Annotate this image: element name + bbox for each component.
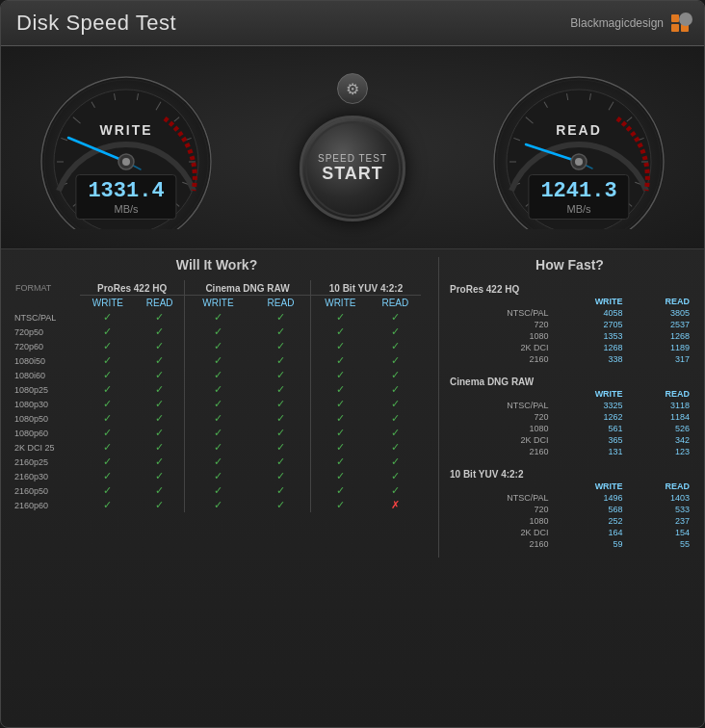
check-cell: ✓ [80,310,135,325]
check-cell: ✓ [311,325,370,339]
check-cell: ✓ [80,382,135,397]
check-icon: ✓ [214,455,222,467]
hf-format: 2K DCI [447,342,552,353]
check-icon: ✓ [391,470,400,481]
title-bar: Disk Speed Test Blackmagicdesign [1,1,704,46]
format-cell: 720p50 [13,325,80,339]
hf-value: 526 [626,423,692,434]
check-icon: ✓ [391,412,400,424]
check-icon: ✓ [103,325,112,337]
check-cell: ✓ [135,426,184,440]
hf-row: 2K DCI365342 [447,434,692,446]
check-cell: ✓ [370,368,421,382]
start-button[interactable]: SPEED TEST START [300,116,405,221]
check-cell: ✓ [80,411,135,426]
check-cell: ✓ [184,310,251,325]
hf-value: 1403 [626,492,692,504]
col-read-2: READ [251,296,311,311]
check-icon: ✓ [336,369,345,380]
how-fast-title: How Fast? [447,257,692,273]
hf-value: 1353 [552,330,626,342]
table-row: 1080p30✓✓✓✓✓✓ [13,397,421,411]
close-button[interactable] [679,13,692,26]
check-icon: ✓ [103,470,112,481]
check-icon: ✓ [214,369,222,380]
brand-area: Blackmagicdesign [570,14,689,32]
check-cell: ✓ [370,483,421,498]
how-fast-content: ProRes 422 HQWRITEREADNTSC/PAL4058380572… [447,280,692,550]
check-icon: ✓ [155,484,164,496]
hf-format: NTSC/PAL [447,492,552,504]
codec-header-yuv: 10 Bit YUV 4:2:2 [311,280,421,296]
check-cell: ✓ [184,440,251,455]
settings-button[interactable]: ⚙ [337,73,368,104]
check-cell: ✓ [184,325,251,339]
col-write-3: WRITE [311,296,370,311]
cross-icon: ✗ [391,499,400,510]
check-cell: ✓ [311,397,370,411]
check-cell: ✓ [135,469,184,483]
hf-row: 2K DCI12681189 [447,342,692,353]
table-row: 2160p25✓✓✓✓✓✓ [13,455,421,469]
check-cell: ✓ [311,483,370,498]
check-cell: ✓ [80,353,135,368]
format-cell: 2160p25 [13,455,80,469]
check-cell: ✓ [184,411,251,426]
check-icon: ✓ [214,499,222,510]
check-cell: ✓ [135,325,184,339]
table-row: 720p60✓✓✓✓✓✓ [13,339,421,353]
check-icon: ✓ [336,311,345,323]
hf-value: 164 [552,527,626,538]
format-cell: 1080p25 [13,382,80,397]
check-cell: ✓ [251,397,311,411]
format-cell: 1080p60 [13,426,80,440]
hf-format: 2160 [447,538,552,550]
format-cell: 2160p50 [13,483,80,498]
check-icon: ✓ [214,441,222,453]
check-icon: ✓ [155,412,164,424]
check-icon: ✓ [103,455,112,467]
check-icon: ✓ [103,383,112,395]
check-cell: ✓ [135,382,184,397]
check-cell: ✓ [80,368,135,382]
check-icon: ✓ [276,325,285,337]
check-icon: ✓ [336,441,345,453]
hf-value: 59 [552,538,626,550]
check-icon: ✓ [391,340,400,351]
check-icon: ✓ [155,398,164,409]
hf-format: 1080 [447,330,552,342]
check-cell: ✓ [80,455,135,469]
check-cell: ✓ [251,440,311,455]
check-cell: ✓ [80,339,135,353]
hf-value: 338 [552,353,626,365]
check-icon: ✓ [155,340,164,351]
check-icon: ✓ [155,455,164,467]
check-icon: ✓ [391,325,400,337]
hf-value: 1268 [552,342,626,353]
check-icon: ✓ [214,412,222,424]
hf-row: 1080252237 [447,515,692,527]
check-icon: ✓ [276,455,285,467]
format-cell: 2K DCI 25 [13,440,80,455]
hf-value: 365 [552,434,626,446]
check-icon: ✓ [276,340,285,351]
codec-header-prores: ProRes 422 HQ [80,280,184,296]
check-icon: ✓ [336,427,345,438]
will-it-work-body: NTSC/PAL✓✓✓✓✓✓720p50✓✓✓✓✓✓720p60✓✓✓✓✓✓10… [13,310,421,512]
check-cell: ✓ [80,440,135,455]
check-cell: ✓ [184,382,251,397]
check-cell: ✓ [370,440,421,455]
format-col-header [447,388,552,400]
check-icon: ✓ [276,398,285,409]
codec-header-dng: Cinema DNG RAW [184,280,310,296]
check-icon: ✓ [155,311,164,323]
check-icon: ✓ [336,354,345,366]
check-cell: ✓ [370,310,421,325]
hf-value: 4058 [552,307,626,319]
check-cell: ✓ [251,498,311,512]
codec-title: ProRes 422 HQ [447,280,692,296]
check-icon: ✓ [276,412,285,424]
hf-value: 317 [626,353,692,365]
check-icon: ✓ [103,441,112,453]
check-icon: ✓ [391,441,400,453]
